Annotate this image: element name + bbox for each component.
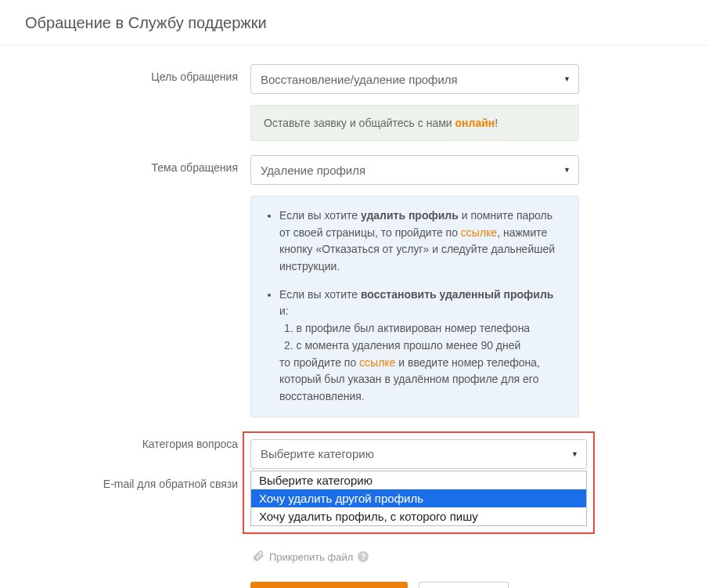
- notice-online-link[interactable]: онлайн: [455, 117, 495, 129]
- info-item-delete: Если вы хотите удалить профиль и помните…: [279, 207, 564, 276]
- category-option-delete-current[interactable]: Хочу удалить профиль, с которого пишу: [251, 507, 586, 525]
- paperclip-icon: [252, 550, 265, 565]
- label-purpose: Цель обращения: [25, 64, 250, 83]
- attach-file[interactable]: Прикрепить файл ?: [252, 550, 579, 565]
- topic-value: Удаление профиля: [261, 164, 365, 177]
- info-item-restore: Если вы хотите восстановить удаленный пр…: [279, 287, 564, 406]
- category-option-placeholder[interactable]: Выберите категорию: [251, 471, 586, 489]
- row-topic: Тема обращения Удаление профиля ▼ Если в…: [25, 155, 709, 417]
- category-dropdown: Выберите категорию Хочу удалить другой п…: [250, 471, 587, 526]
- delete-profile-link[interactable]: ссылке: [461, 226, 497, 239]
- chevron-down-icon: ▼: [563, 75, 570, 83]
- attach-label: Прикрепить файл: [269, 551, 353, 563]
- category-select[interactable]: Выберите категорию ▼: [250, 439, 587, 469]
- submit-button[interactable]: Отправить сообщение: [250, 582, 408, 588]
- highlight-box: Выберите категорию ▼ Выберите категорию …: [243, 431, 595, 534]
- category-placeholder: Выберите категорию: [261, 447, 374, 460]
- restore-profile-link[interactable]: ссылке: [359, 356, 395, 369]
- chevron-down-icon: ▼: [563, 166, 570, 174]
- info-box: Если вы хотите удалить профиль и помните…: [250, 196, 579, 417]
- notice-text-post: !: [495, 117, 498, 129]
- label-topic: Тема обращения: [25, 155, 250, 174]
- row-purpose: Цель обращения Восстановление/удаление п…: [25, 64, 709, 141]
- category-option-delete-other[interactable]: Хочу удалить другой профиль: [251, 489, 586, 507]
- purpose-select[interactable]: Восстановление/удаление профиля ▼: [250, 64, 579, 94]
- label-category: Категория вопроса: [25, 431, 250, 450]
- notice-text-pre: Оставьте заявку и общайтесь с нами: [264, 117, 455, 129]
- cancel-button[interactable]: Отменить: [419, 582, 509, 588]
- support-form: Цель обращения Восстановление/удаление п…: [0, 45, 709, 588]
- page-title: Обращение в Службу поддержки: [0, 0, 709, 45]
- purpose-value: Восстановление/удаление профиля: [261, 73, 458, 86]
- chevron-down-icon: ▼: [571, 450, 578, 458]
- online-notice: Оставьте заявку и общайтесь с нами онлай…: [250, 105, 579, 141]
- row-actions: Прикрепить файл ? Отправить сообщение От…: [25, 545, 709, 588]
- help-icon[interactable]: ?: [358, 551, 369, 562]
- topic-select[interactable]: Удаление профиля ▼: [250, 155, 579, 185]
- row-category: Категория вопроса Выберите категорию ▼ В…: [25, 431, 709, 534]
